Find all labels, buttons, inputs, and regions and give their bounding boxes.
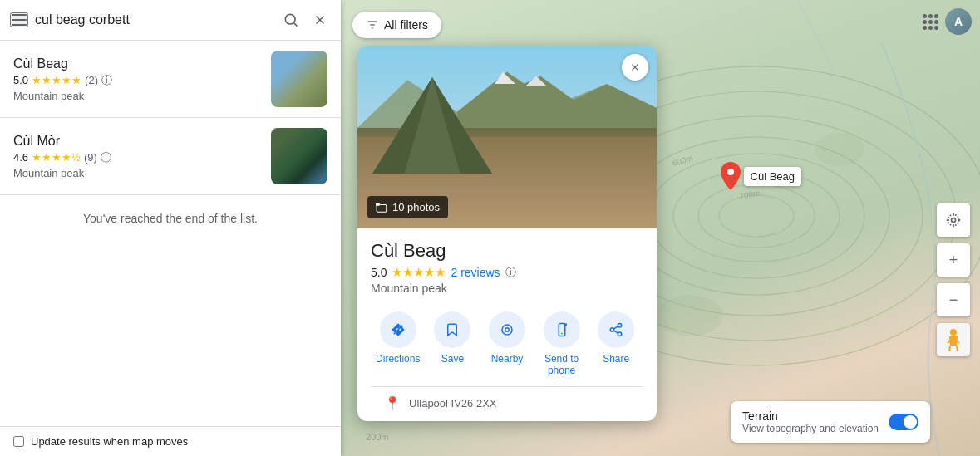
result-thumb-cul-mor <box>271 128 327 184</box>
terrain-toggle-knob <box>904 415 917 429</box>
update-checkbox[interactable] <box>13 436 24 447</box>
map-top-right-controls: A <box>923 8 972 35</box>
card-type: Mountain peak <box>371 282 643 295</box>
directions-icon <box>380 311 416 348</box>
nearby-icon <box>489 311 525 348</box>
info-icon-cul-beag[interactable]: ⓘ <box>101 73 112 88</box>
result-reviews-cul-mor: (9) <box>84 151 97 164</box>
result-type-cul-beag: Mountain peak <box>13 90 261 102</box>
result-thumb-cul-beag <box>271 51 327 107</box>
clear-search-button[interactable] <box>309 9 331 31</box>
zoom-in-button[interactable]: + <box>937 243 970 277</box>
share-icon <box>598 311 634 348</box>
svg-point-13 <box>657 295 723 336</box>
photos-badge[interactable]: 10 photos <box>367 196 448 218</box>
send-to-phone-button[interactable]: Send to phone <box>539 311 585 376</box>
card-reviews-link[interactable]: 2 reviews <box>451 266 500 279</box>
result-rating-cul-beag: 5.0 <box>13 74 28 86</box>
card-title: Cùl Beag <box>371 240 643 262</box>
svg-line-48 <box>614 326 618 329</box>
result-rating-row-cul-mor: 4.6 ★★★★½ (9) ⓘ <box>13 150 261 165</box>
left-mountain <box>372 73 492 174</box>
directions-button[interactable]: Directions <box>375 311 421 376</box>
terrain-toggle-panel: Terrain View topography and elevation <box>731 401 930 443</box>
share-button[interactable]: Share <box>593 311 639 376</box>
result-info-cul-mor: Cùl Mòr 4.6 ★★★★½ (9) ⓘ Mountain peak <box>13 134 261 179</box>
nearby-button[interactable]: Nearby <box>484 311 530 376</box>
search-input[interactable] <box>35 12 273 27</box>
map-area[interactable]: 200m 600m 700m All filters A Cù <box>341 0 980 456</box>
svg-line-1 <box>294 23 298 27</box>
search-button[interactable] <box>279 8 303 32</box>
result-name-cul-mor: Cùl Mòr <box>13 134 261 149</box>
zoom-out-button[interactable]: − <box>937 283 970 316</box>
save-button[interactable]: Save <box>429 311 475 376</box>
svg-rect-35 <box>377 204 387 212</box>
send-to-phone-icon <box>544 311 580 348</box>
result-stars-cul-mor: ★★★★½ <box>32 151 81 164</box>
photos-count: 10 photos <box>392 201 440 213</box>
card-address: Ullapool IV26 2XX <box>409 397 497 409</box>
sidebar: Cùl Beag 5.0 ★★★★★ (2) ⓘ Mountain peak C… <box>0 0 341 456</box>
menu-button[interactable] <box>10 12 28 27</box>
svg-point-46 <box>618 332 622 336</box>
card-info-icon[interactable]: ⓘ <box>505 265 516 280</box>
nearby-label: Nearby <box>491 353 524 365</box>
svg-point-21 <box>727 169 734 175</box>
map-right-controls: + − <box>937 203 970 356</box>
apps-button[interactable] <box>923 14 938 30</box>
terrain-toggle-switch[interactable] <box>889 414 918 430</box>
svg-point-0 <box>285 14 295 24</box>
save-icon <box>434 311 470 348</box>
card-body: Cùl Beag 5.0 ★★★★★ 2 reviews ⓘ Mountain … <box>357 228 657 421</box>
all-filters-button[interactable]: All filters <box>352 12 441 38</box>
result-rating-row-cul-beag: 5.0 ★★★★★ (2) ⓘ <box>13 73 261 88</box>
end-of-list-message: You've reached the end of the list. <box>0 195 341 242</box>
result-item-cul-mor[interactable]: Cùl Mòr 4.6 ★★★★½ (9) ⓘ Mountain peak <box>0 118 341 195</box>
account-avatar-button[interactable]: A <box>945 8 972 35</box>
card-actions: Directions Save <box>371 305 643 387</box>
svg-line-25 <box>949 346 950 351</box>
result-info-cul-beag: Cùl Beag 5.0 ★★★★★ (2) ⓘ Mountain peak <box>13 56 261 102</box>
search-bar <box>0 0 341 41</box>
svg-point-24 <box>950 329 957 336</box>
svg-line-47 <box>614 331 618 333</box>
card-photo[interactable]: 10 photos <box>357 46 657 228</box>
info-icon-cul-mor[interactable]: ⓘ <box>101 150 111 165</box>
svg-point-45 <box>610 328 614 332</box>
location-pin-icon <box>721 162 741 190</box>
map-pin-cul-beag: Cùl Beag <box>721 162 801 190</box>
detail-card: 10 photos Cùl Beag 5.0 ★★★★★ 2 reviews ⓘ… <box>357 46 657 421</box>
result-item-cul-beag[interactable]: Cùl Beag 5.0 ★★★★★ (2) ⓘ Mountain peak <box>0 41 341 118</box>
svg-point-40 <box>502 325 512 335</box>
all-filters-label: All filters <box>384 18 428 32</box>
card-rating: 5.0 <box>371 266 387 279</box>
update-checkbox-label[interactable]: Update results when map moves <box>31 435 188 448</box>
terrain-subtitle: View topography and elevation <box>742 423 879 434</box>
result-name-cul-beag: Cùl Beag <box>13 56 261 71</box>
card-rating-row: 5.0 ★★★★★ 2 reviews ⓘ <box>371 265 643 280</box>
result-rating-cul-mor: 4.6 <box>13 151 28 164</box>
svg-point-14 <box>815 133 864 166</box>
pegman-button[interactable] <box>937 323 970 356</box>
svg-text:200m: 200m <box>366 432 389 442</box>
card-close-button[interactable] <box>622 54 648 81</box>
svg-point-23 <box>948 214 958 225</box>
result-stars-cul-beag: ★★★★★ <box>32 74 81 86</box>
send-to-phone-label: Send to phone <box>544 353 579 376</box>
share-label: Share <box>603 353 629 365</box>
location-footer-icon: 📍 <box>384 395 401 411</box>
terrain-text: Terrain View topography and elevation <box>742 409 879 434</box>
save-label: Save <box>441 353 464 365</box>
result-type-cul-mor: Mountain peak <box>13 167 261 179</box>
svg-point-39 <box>505 328 510 332</box>
svg-rect-36 <box>376 203 380 205</box>
card-footer: 📍 Ullapool IV26 2XX <box>371 387 643 421</box>
update-checkbox-row: Update results when map moves <box>0 426 341 456</box>
result-reviews-cul-beag: (2) <box>85 74 98 86</box>
directions-label: Directions <box>376 353 420 365</box>
results-list: Cùl Beag 5.0 ★★★★★ (2) ⓘ Mountain peak C… <box>0 41 341 426</box>
svg-point-44 <box>618 324 622 328</box>
location-button[interactable] <box>937 203 970 237</box>
terrain-title: Terrain <box>742 409 879 423</box>
